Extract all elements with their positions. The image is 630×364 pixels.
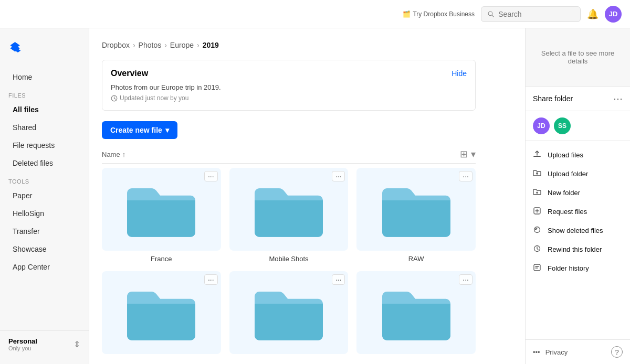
folder-icon-wrap (361, 172, 471, 247)
account-name: Personal (8, 337, 37, 345)
folder-card: ··· (102, 168, 221, 251)
sidebar-item-shared[interactable]: Shared (4, 119, 85, 136)
sidebar: Home Files All files Shared File request… (0, 28, 89, 364)
right-action-label: Rewind this folder (548, 245, 602, 253)
search-bar[interactable] (481, 6, 581, 22)
folder-icon (255, 183, 323, 240)
collaborator-avatar[interactable]: JD (533, 117, 550, 134)
topbar: 🗂️ Try Dropbox Business 🔔 JD (0, 0, 630, 28)
svg-line-1 (492, 15, 494, 16)
folder-item[interactable]: ··· (102, 271, 221, 358)
file-list-header: Name ↑ ⊞ ▾ (102, 145, 476, 164)
help-icon[interactable]: ? (611, 346, 623, 358)
folder-icon (255, 286, 323, 344)
sidebar-item-all-files[interactable]: All files (4, 101, 85, 118)
sidebar-item-paper[interactable]: Paper (4, 187, 85, 204)
deleted-icon (533, 226, 542, 235)
breadcrumb-dropbox[interactable]: Dropbox (102, 41, 130, 49)
right-action-item[interactable]: Folder history (526, 259, 630, 277)
folder-icon (382, 183, 450, 240)
overview-updated: Updated just now by you (111, 94, 467, 102)
try-dropbox-business[interactable]: 🗂️ Try Dropbox Business (403, 10, 475, 18)
name-column-header[interactable]: Name ↑ (102, 151, 125, 158)
right-action-item[interactable]: Rewind this folder (526, 240, 630, 259)
toolbar: Create new file ▾ (102, 121, 476, 139)
rewind-icon (533, 244, 542, 254)
account-chevron[interactable]: ⇕ (74, 339, 80, 349)
folder-name: Mobile Shots (269, 255, 308, 263)
sidebar-section-files: Files (0, 86, 89, 101)
folder-item[interactable]: ··· (229, 271, 349, 358)
right-panel-bottom: ••• Privacy ? (526, 339, 630, 364)
sidebar-item-transfer[interactable]: Transfer (4, 223, 85, 240)
svg-rect-5 (533, 156, 541, 157)
search-icon (488, 10, 494, 18)
breadcrumb-sep-3: › (197, 41, 200, 49)
privacy-link[interactable]: Privacy (545, 348, 568, 356)
folder-more-button[interactable]: ··· (204, 171, 218, 181)
right-action-label: Show deleted files (548, 227, 603, 234)
breadcrumb-europe[interactable]: Europe (170, 41, 194, 49)
sidebar-item-app-center[interactable]: App Center (4, 259, 85, 275)
breadcrumb-photos[interactable]: Photos (139, 41, 162, 49)
overview-hide-button[interactable]: Hide (452, 69, 467, 78)
grid-view-icon[interactable]: ⊞ (460, 148, 468, 160)
folder-item[interactable]: ··· RAW (356, 168, 476, 263)
folder-icon-wrap (106, 275, 217, 350)
sidebar-item-deleted-files[interactable]: Deleted files (4, 155, 85, 172)
folder-more-button[interactable]: ··· (332, 274, 345, 285)
right-action-item[interactable]: Upload folder (526, 164, 630, 183)
right-action-label: New folder (548, 189, 580, 197)
request-icon (533, 207, 542, 216)
breadcrumb-current: 2019 (203, 41, 219, 49)
folder-more-button[interactable]: ··· (332, 171, 345, 181)
right-action-item[interactable]: Upload files (526, 145, 630, 164)
right-action-item[interactable]: New folder (526, 183, 630, 202)
list-view-icon[interactable]: ▾ (471, 148, 476, 160)
svg-rect-13 (534, 264, 540, 271)
folder-icon (127, 286, 195, 344)
sidebar-item-hellosign[interactable]: HelloSign (4, 205, 85, 222)
sidebar-account: Personal Only you ⇕ (0, 330, 89, 358)
collaborator-avatar[interactable]: SS (554, 117, 571, 134)
breadcrumb-sep-2: › (164, 41, 167, 49)
upload-icon (533, 150, 542, 159)
dropbox-logo[interactable] (0, 35, 89, 68)
breadcrumb: Dropbox › Photos › Europe › 2019 (102, 41, 476, 49)
collaborators-avatars: JDSS (526, 111, 630, 141)
right-action-item[interactable]: Request files (526, 202, 630, 221)
share-folder-plus-icon[interactable]: ⋯ (613, 93, 623, 104)
folder-icon-wrap (234, 275, 344, 350)
folder-more-button[interactable]: ··· (459, 274, 472, 285)
sidebar-item-home[interactable]: Home (4, 69, 85, 85)
share-folder-bar: Share folder ⋯ (526, 87, 630, 111)
folder-icon-wrap (234, 172, 344, 247)
user-avatar[interactable]: JD (605, 6, 622, 23)
select-file-hint: Select a file to see more details (526, 28, 630, 87)
right-action-item[interactable]: Show deleted files (526, 221, 630, 240)
notifications-bell[interactable]: 🔔 (587, 8, 598, 20)
folder-name: France (151, 255, 172, 263)
folder-new-icon (533, 188, 542, 197)
share-folder-button[interactable]: Share folder (533, 94, 573, 103)
right-action-label: Request files (548, 208, 587, 216)
bottom-dots[interactable]: ••• (533, 348, 540, 356)
folder-name: RAW (408, 255, 424, 263)
folder-more-button[interactable]: ··· (459, 171, 472, 181)
folder-item[interactable]: ··· Mobile Shots (229, 168, 349, 263)
folder-more-button[interactable]: ··· (204, 274, 218, 285)
sidebar-item-file-requests[interactable]: File requests (4, 137, 85, 154)
folder-item[interactable]: ··· France (102, 168, 221, 263)
right-action-label: Folder history (548, 264, 589, 272)
search-input[interactable] (498, 10, 574, 18)
view-toggle[interactable]: ⊞ ▾ (460, 148, 476, 160)
overview-title: Overview (111, 69, 148, 78)
right-panel: Select a file to see more details Share … (525, 28, 630, 364)
create-new-file-button[interactable]: Create new file ▾ (102, 121, 177, 139)
folder-item[interactable]: ··· (356, 271, 476, 358)
overview-section: Overview Hide Photos from our Europe tri… (102, 60, 476, 111)
folder-icon (382, 286, 450, 344)
sidebar-item-showcase[interactable]: Showcase (4, 241, 85, 258)
overview-description: Photos from our Europe trip in 2019. (111, 83, 467, 91)
create-button-chevron: ▾ (165, 126, 169, 134)
